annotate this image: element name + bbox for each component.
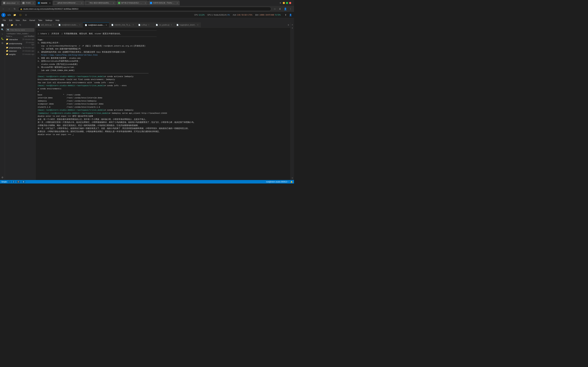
editor-tab-web_demo_py[interactable]: 📄 web_demo.py ✕ (35, 22, 56, 28)
menu-item-edit[interactable]: Edit (8, 19, 14, 22)
maximize-btn[interactable] (286, 2, 288, 4)
profile-icon[interactable]: 👤 (283, 7, 287, 11)
editor-tab-huggingface_downl___[interactable]: 📄 huggingface_downl... ✕ (174, 22, 201, 28)
editor-tab-root_intern_studio____[interactable]: 📄 root@intern-studio-... ✕ (83, 22, 109, 28)
terminal-line: https://www.ruanyifeng.com/blog/2019/10/… (38, 54, 288, 57)
forward-button[interactable]: → (7, 7, 11, 11)
explorer-icon[interactable]: 📁 (13, 13, 17, 17)
url-bar[interactable]: 🔒 studio.intern-ai.org.cn/console/trinit… (18, 7, 271, 11)
browser-tab-tab5[interactable]: 书生·浦语大模型实战营Q&A... ✕ (85, 0, 116, 5)
add-tab-button[interactable]: + (286, 23, 291, 27)
tab-label: root@intern-studio-... (88, 24, 104, 26)
menu-item-settings[interactable]: Settings (44, 19, 54, 22)
user-icon[interactable]: 👤 (288, 13, 293, 17)
terminal-line: Tips: (38, 38, 288, 42)
status-settings[interactable]: ⚙ (22, 181, 25, 183)
search-input[interactable] (10, 29, 33, 31)
editor-tab-root_intern_studio____[interactable]: 📄 root@intern-studio-... ✕ (56, 22, 83, 28)
editor-tab-LLM_py[interactable]: 📄 LLM.py ✕ (136, 22, 154, 28)
breadcrumb: / workspace / triton_models / (5, 32, 35, 35)
activity-settings[interactable]: ⚙ (0, 175, 4, 179)
circle-icon[interactable]: ⊙ (24, 13, 28, 17)
tab-close-icon[interactable]: ✕ (132, 24, 134, 26)
menu-item-tabs[interactable]: Tabs (37, 19, 43, 22)
browser-tab-tab2[interactable]: 开发机 ✕ (21, 0, 36, 5)
menu-item-file[interactable]: File (1, 19, 7, 22)
python-icon[interactable]: ⬡ (18, 13, 22, 17)
browser-tab-tab3[interactable]: WebIDE ✕ (36, 0, 52, 5)
menu-item-run[interactable]: Run (21, 19, 28, 22)
new-file-button[interactable]: + (6, 23, 9, 27)
tab-close-icon[interactable]: ✕ (197, 24, 199, 26)
gutter-up-icon[interactable]: ▲ (291, 23, 294, 26)
activity-extensions[interactable]: ⧉ (0, 41, 4, 45)
browser-tab-tab1[interactable]: stone-cloud ✕ (1, 0, 20, 5)
reload-button[interactable]: ↻ (13, 7, 17, 11)
file-item-postprocessing[interactable]: 📁 postprocessing 26 minutes ago (5, 41, 35, 46)
tab-close-icon[interactable]: ✕ (53, 24, 54, 26)
terminal-line: (base) root@intern-studio-060913:~/works… (38, 75, 288, 78)
cpu-value: 13.12% (199, 14, 205, 16)
gutter-down-icon[interactable]: ▼ (291, 26, 294, 29)
sort-icon: ▲ (11, 35, 12, 37)
terminal-line: EnvironmentNameNotFound: Could not find … (38, 78, 288, 81)
upload-button[interactable]: ⬆ (14, 23, 18, 27)
file-icon: 📄 (138, 24, 140, 26)
terminal-line: base * /root/.conda (38, 93, 288, 96)
file-name: preprocessing (9, 47, 21, 49)
minimize-btn[interactable] (283, 2, 285, 4)
activity-debug[interactable]: 🐛 (0, 37, 4, 41)
tab-close-icon[interactable]: ✕ (148, 24, 149, 26)
col-modified-header: Last Modified (20, 35, 34, 37)
file-item-interactive[interactable]: 📁 interactive 26 minutes ago (5, 38, 35, 41)
back-button[interactable]: ← (1, 7, 6, 11)
terminal-line: ────────────────────────────────────────… (38, 35, 288, 38)
terminal-line: 有一天，小鸟飞走了。小明非常伤心，他觉得自己做的一切都没有意义了。但是，他的小鸟… (38, 127, 288, 130)
download-icon[interactable]: ⬇ (278, 7, 282, 11)
terminal-line: 5. 将conda环境一键添加到jupyterlab： (38, 66, 288, 69)
browser-tab-tab4[interactable]: github InternLM/tutorial 作业 · Di... ✕ (53, 0, 84, 5)
mem-stat: 内存 2.66 / 56 GB 4.75% (233, 14, 252, 16)
file-name: weights (9, 53, 20, 55)
refresh-button[interactable]: ↻ (18, 23, 22, 27)
close-btn[interactable] (289, 2, 291, 4)
folder-icon: 📁 (6, 53, 9, 55)
sidebar-search-container: 🔍 (6, 28, 34, 32)
terminal-line: (lmdeploy) root@intern-studio-060913:~/w… (38, 112, 288, 115)
menu-icon[interactable]: ⋮ (288, 7, 293, 11)
tab-close-icon[interactable]: ✕ (79, 24, 80, 26)
folder-icon: 📁 (6, 47, 9, 49)
tab-close-icon[interactable]: ✕ (171, 24, 172, 26)
menu-item-help[interactable]: Help (54, 19, 61, 22)
vscode-icon[interactable]: </> (7, 13, 11, 17)
status-square: 0 (17, 181, 20, 183)
file-modified: 13 minutes ago (20, 53, 34, 55)
menubar: FileEditViewRunKernelTabsSettingsHelp (0, 18, 294, 22)
tab-close-icon[interactable]: ✕ (105, 24, 107, 26)
new-folder-button[interactable]: 📁 (10, 23, 14, 27)
editor-tab-internlm_chat_7b_q___[interactable]: 📄 internlm_chat_7b_q... ✕ (109, 22, 136, 28)
ide-topbar-actions: ⬆ 👤 (284, 13, 293, 17)
file-item-preprocessing[interactable]: 📁 preprocessing 26 minutes ago (5, 46, 35, 49)
activity-search[interactable]: 🔍 (0, 28, 4, 32)
browser-tab-tab7[interactable]: 结营学员登记表 - Feishu D... ✕ (148, 0, 180, 5)
file-item-weights[interactable]: 📁 weights 13 minutes ago (5, 53, 35, 56)
browser-tab-tab6[interactable]: 春节卷王专场信息登记 - Fe... ✕ (116, 0, 148, 5)
terminal-line: double enter to end input >>> █ (38, 133, 288, 136)
terminal-line: 小明每天给小鸟喂食、喝水，还给它清洗伤口。经过一段时间的照顾，小鸟的伤口逐渐愈合… (38, 124, 288, 127)
menu-item-view[interactable]: View (14, 19, 21, 22)
menu-item-kernel[interactable]: Kernel (28, 19, 37, 22)
file-item-tokenizer[interactable]: 📁 tokenizer 14 minutes ago (5, 49, 35, 53)
status-toggle[interactable]: ○ (8, 181, 11, 183)
editor-tab-run_gradio_py[interactable]: 📄 run_gradio.py ✕ (154, 22, 174, 28)
bookmark-icon[interactable]: ☆ (273, 7, 277, 11)
mem-pct: 4.75% (247, 14, 252, 16)
upload-icon[interactable]: ⬆ (284, 13, 288, 17)
address-bar: ← → ↻ 🔒 studio.intern-ai.org.cn/console/… (0, 6, 294, 12)
new-tab-button[interactable]: + (278, 1, 282, 5)
terminal-area[interactable]: ────────────────────────────────────────… (35, 28, 291, 180)
activity-files[interactable]: 📄 (0, 23, 4, 27)
gutter-settings-icon[interactable]: ⚙ (291, 176, 294, 179)
sidebar-toolbar: + 📁 ⬆ ↻ (5, 22, 35, 28)
activity-git[interactable]: ⑂ (0, 32, 4, 36)
